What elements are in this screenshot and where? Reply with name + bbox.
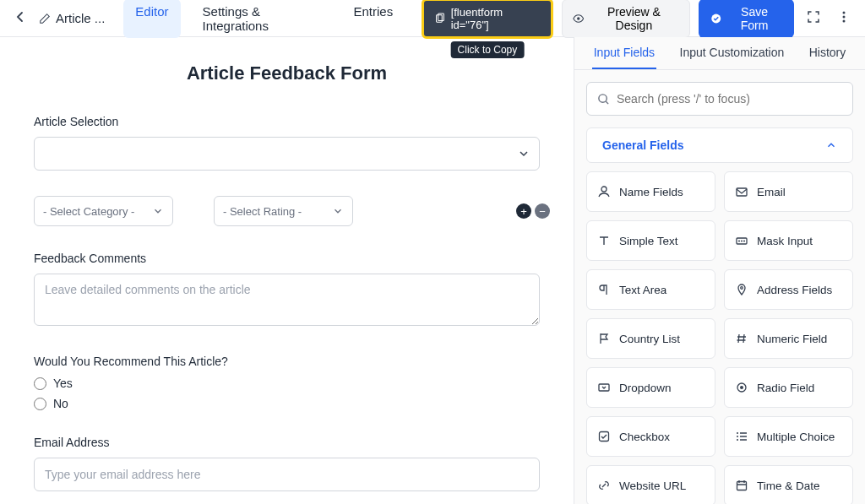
text-icon [597, 234, 611, 247]
accordion-general-fields[interactable]: General Fields [586, 127, 853, 163]
email-input[interactable] [34, 458, 540, 491]
top-bar: Article ... Editor Settings & Integratio… [0, 0, 865, 37]
remove-row-button[interactable]: − [535, 203, 550, 219]
tab-history[interactable]: History [808, 37, 848, 69]
shortcode-copy-button[interactable]: [fluentform id="76"] Click to Copy [422, 0, 553, 39]
eye-icon [573, 13, 584, 24]
field-card-mask-input[interactable]: Mask Input [724, 220, 853, 261]
svg-point-6 [843, 20, 846, 23]
field-card-label: Time & Date [757, 480, 820, 492]
field-card-label: Radio Field [757, 382, 814, 394]
article-selection-select[interactable] [34, 137, 540, 171]
expand-icon [806, 9, 821, 24]
form-editor-canvas: Article Feedback Form Article Selection … [0, 37, 574, 504]
field-inline-selects[interactable]: - Select Category - - Select Rating - + … [34, 196, 540, 226]
field-card-label: Address Fields [757, 284, 832, 296]
form-name-edit[interactable]: Article ... [39, 11, 105, 25]
copy-icon [434, 13, 445, 24]
field-card-email[interactable]: Email [724, 171, 853, 212]
save-form-button[interactable]: Save Form [699, 0, 794, 38]
recommend-no-option[interactable]: No [34, 397, 540, 410]
field-card-label: Numeric Field [757, 333, 827, 345]
para-icon [597, 283, 611, 296]
save-label: Save Form [726, 5, 782, 32]
row-controls: + − [516, 203, 550, 219]
tab-input-customization[interactable]: Input Customization [678, 37, 786, 69]
field-card-numeric-field[interactable]: Numeric Field [724, 318, 853, 359]
drop-icon [597, 381, 611, 394]
field-card-label: Dropdown [619, 382, 672, 394]
field-card-radio-field[interactable]: Radio Field [724, 367, 853, 408]
field-card-label: Website URL [619, 480, 686, 492]
flag-icon [597, 332, 611, 345]
svg-point-2 [577, 17, 579, 19]
field-card-time-&-date[interactable]: Time & Date [724, 465, 853, 504]
back-button[interactable] [10, 7, 30, 30]
tab-settings[interactable]: Settings & Integrations [191, 0, 332, 38]
chevron-left-icon [14, 10, 27, 24]
more-menu-button[interactable] [833, 6, 855, 30]
field-card-checkbox[interactable]: Checkbox [586, 416, 715, 457]
field-card-multiple-choice[interactable]: Multiple Choice [724, 416, 853, 457]
tab-entries[interactable]: Entries [341, 0, 405, 38]
add-row-button[interactable]: + [516, 203, 531, 219]
dots-vertical-icon [836, 9, 851, 24]
recommend-yes-option[interactable]: Yes [34, 377, 540, 390]
field-article-selection[interactable]: Article Selection [34, 115, 540, 171]
pencil-icon [39, 13, 51, 24]
svg-point-7 [599, 94, 607, 101]
field-card-website-url[interactable]: Website URL [586, 465, 715, 504]
field-card-text-area[interactable]: Text Area [586, 269, 715, 310]
recommend-no-label: No [53, 397, 68, 410]
field-card-label: Name Fields [619, 186, 683, 198]
chevron-up-icon [825, 139, 837, 151]
field-card-label: Mask Input [757, 235, 813, 247]
user-icon [597, 185, 611, 198]
field-search-input[interactable] [617, 92, 842, 106]
form-name-text: Article ... [56, 11, 105, 25]
field-card-name-fields[interactable]: Name Fields [586, 171, 715, 212]
top-nav-tabs: Editor Settings & Integrations Entries [123, 0, 405, 38]
preview-design-button[interactable]: Preview & Design [562, 0, 690, 38]
check-icon [597, 430, 611, 443]
accordion-title: General Fields [602, 138, 683, 152]
feedback-label: Feedback Comments [34, 252, 540, 265]
recommend-no-radio[interactable] [34, 398, 46, 410]
email-label: Email Address [34, 436, 540, 449]
svg-point-4 [843, 12, 846, 14]
field-card-label: Simple Text [619, 235, 678, 247]
mail-icon [735, 185, 748, 198]
fields-sidebar: Input Fields Input Customization History… [574, 37, 865, 504]
hash-icon [735, 332, 748, 345]
copy-tooltip: Click to Copy [451, 41, 525, 58]
select-rating[interactable]: - Select Rating - [214, 196, 353, 226]
field-cards-grid: Name FieldsEmailSimple TextMask InputTex… [574, 171, 865, 504]
field-card-country-list[interactable]: Country List [586, 318, 715, 359]
field-card-label: Multiple Choice [757, 431, 835, 443]
field-recommend[interactable]: Would You Recommend This Article? Yes No [34, 355, 540, 410]
field-card-label: Email [757, 186, 786, 198]
field-card-dropdown[interactable]: Dropdown [586, 367, 715, 408]
recommend-label: Would You Recommend This Article? [34, 355, 540, 368]
recommend-yes-radio[interactable] [34, 377, 46, 390]
field-card-label: Checkbox [619, 431, 670, 443]
expand-button[interactable] [802, 6, 824, 30]
pin-icon [735, 283, 748, 296]
feedback-textarea[interactable] [34, 274, 540, 326]
tab-input-fields[interactable]: Input Fields [592, 37, 656, 69]
svg-point-5 [843, 16, 846, 19]
field-email[interactable]: Email Address [34, 436, 540, 491]
field-card-address-fields[interactable]: Address Fields [724, 269, 853, 310]
field-feedback-comments[interactable]: Feedback Comments [34, 252, 540, 329]
form-title: Article Feedback Form [34, 62, 540, 84]
search-icon [597, 93, 610, 106]
tab-editor[interactable]: Editor [123, 0, 180, 38]
shortcode-text: [fluentform id="76"] [451, 6, 541, 31]
field-card-label: Text Area [619, 284, 666, 296]
field-card-label: Country List [619, 333, 680, 345]
check-circle-icon [710, 13, 721, 24]
field-card-simple-text[interactable]: Simple Text [586, 220, 715, 261]
field-search-box[interactable] [586, 82, 853, 116]
article-selection-label: Article Selection [34, 115, 540, 128]
select-category[interactable]: - Select Category - [34, 196, 173, 226]
